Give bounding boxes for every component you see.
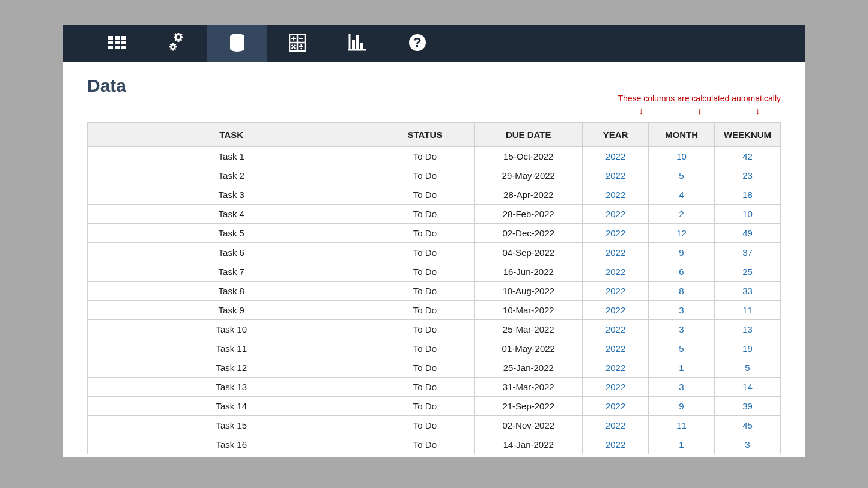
cell-month[interactable]: 6 [649,262,715,282]
cell-month[interactable]: 2 [649,205,715,224]
cell-task[interactable]: Task 14 [88,397,375,416]
cell-month[interactable]: 12 [649,224,715,243]
cell-weeknum[interactable]: 13 [714,320,780,339]
nav-settings[interactable] [147,25,207,62]
cell-status[interactable]: To Do [375,205,475,224]
nav-data[interactable] [207,25,267,62]
cell-due-date[interactable]: 21-Sep-2022 [475,397,583,416]
cell-status[interactable]: To Do [375,339,475,358]
cell-month[interactable]: 3 [649,378,715,397]
cell-due-date[interactable]: 29-May-2022 [475,166,583,185]
cell-status[interactable]: To Do [375,397,475,416]
cell-task[interactable]: Task 5 [88,224,375,243]
col-header-year[interactable]: YEAR [583,123,649,147]
table-row[interactable]: Task 9To Do10-Mar-20222022311 [88,301,781,320]
nav-help[interactable]: ? [387,25,448,62]
nav-apps[interactable] [87,25,147,62]
table-row[interactable]: Task 15To Do02-Nov-202220221145 [88,416,781,435]
cell-year[interactable]: 2022 [583,378,649,397]
cell-due-date[interactable]: 02-Nov-2022 [475,416,583,435]
cell-task[interactable]: Task 11 [88,339,375,358]
col-header-status[interactable]: STATUS [375,123,475,147]
cell-status[interactable]: To Do [375,147,475,166]
cell-year[interactable]: 2022 [583,416,649,435]
cell-status[interactable]: To Do [375,262,475,282]
cell-status[interactable]: To Do [375,301,475,320]
cell-month[interactable]: 11 [649,416,715,435]
cell-weeknum[interactable]: 14 [714,378,780,397]
cell-status[interactable]: To Do [375,282,475,301]
table-row[interactable]: Task 3To Do28-Apr-20222022418 [88,185,781,205]
cell-weeknum[interactable]: 39 [714,397,780,416]
table-row[interactable]: Task 6To Do04-Sep-20222022937 [88,243,781,262]
cell-task[interactable]: Task 7 [88,262,375,282]
cell-due-date[interactable]: 25-Mar-2022 [475,320,583,339]
cell-status[interactable]: To Do [375,358,475,378]
cell-year[interactable]: 2022 [583,339,649,358]
cell-month[interactable]: 3 [649,320,715,339]
cell-status[interactable]: To Do [375,243,475,262]
cell-month[interactable]: 1 [649,435,715,454]
cell-month[interactable]: 1 [649,358,715,378]
cell-month[interactable]: 3 [649,301,715,320]
cell-month[interactable]: 10 [649,147,715,166]
cell-task[interactable]: Task 1 [88,147,375,166]
table-row[interactable]: Task 14To Do21-Sep-20222022939 [88,397,781,416]
cell-due-date[interactable]: 14-Jan-2022 [475,435,583,454]
table-row[interactable]: Task 8To Do10-Aug-20222022833 [88,282,781,301]
cell-year[interactable]: 2022 [583,301,649,320]
cell-task[interactable]: Task 12 [88,358,375,378]
cell-due-date[interactable]: 15-Oct-2022 [475,147,583,166]
nav-charts[interactable] [327,25,387,62]
cell-weeknum[interactable]: 37 [714,243,780,262]
cell-month[interactable]: 5 [649,339,715,358]
cell-weeknum[interactable]: 23 [714,166,780,185]
cell-weeknum[interactable]: 42 [714,147,780,166]
cell-month[interactable]: 9 [649,397,715,416]
cell-task[interactable]: Task 16 [88,435,375,454]
cell-status[interactable]: To Do [375,416,475,435]
cell-weeknum[interactable]: 11 [714,301,780,320]
cell-status[interactable]: To Do [375,166,475,185]
cell-year[interactable]: 2022 [583,358,649,378]
cell-status[interactable]: To Do [375,320,475,339]
cell-task[interactable]: Task 6 [88,243,375,262]
cell-due-date[interactable]: 10-Mar-2022 [475,301,583,320]
cell-task[interactable]: Task 10 [88,320,375,339]
cell-task[interactable]: Task 13 [88,378,375,397]
cell-year[interactable]: 2022 [583,262,649,282]
cell-weeknum[interactable]: 49 [714,224,780,243]
cell-task[interactable]: Task 8 [88,282,375,301]
cell-due-date[interactable]: 01-May-2022 [475,339,583,358]
cell-year[interactable]: 2022 [583,435,649,454]
cell-weeknum[interactable]: 25 [714,262,780,282]
col-header-month[interactable]: MONTH [649,123,715,147]
cell-year[interactable]: 2022 [583,166,649,185]
cell-year[interactable]: 2022 [583,282,649,301]
cell-weeknum[interactable]: 5 [714,358,780,378]
cell-year[interactable]: 2022 [583,320,649,339]
cell-due-date[interactable]: 28-Apr-2022 [475,185,583,205]
cell-weeknum[interactable]: 10 [714,205,780,224]
cell-due-date[interactable]: 16-Jun-2022 [475,262,583,282]
nav-calc[interactable] [267,25,327,62]
cell-year[interactable]: 2022 [583,205,649,224]
cell-weeknum[interactable]: 33 [714,282,780,301]
cell-year[interactable]: 2022 [583,397,649,416]
table-row[interactable]: Task 7To Do16-Jun-20222022625 [88,262,781,282]
cell-year[interactable]: 2022 [583,147,649,166]
cell-year[interactable]: 2022 [583,185,649,205]
table-row[interactable]: Task 16To Do14-Jan-2022202213 [88,435,781,454]
cell-status[interactable]: To Do [375,378,475,397]
cell-month[interactable]: 5 [649,166,715,185]
cell-due-date[interactable]: 02-Dec-2022 [475,224,583,243]
cell-year[interactable]: 2022 [583,224,649,243]
cell-year[interactable]: 2022 [583,243,649,262]
table-row[interactable]: Task 1To Do15-Oct-202220221042 [88,147,781,166]
col-header-weeknum[interactable]: WEEKNUM [714,123,780,147]
cell-status[interactable]: To Do [375,435,475,454]
cell-due-date[interactable]: 28-Feb-2022 [475,205,583,224]
cell-weeknum[interactable]: 19 [714,339,780,358]
cell-due-date[interactable]: 25-Jan-2022 [475,358,583,378]
cell-task[interactable]: Task 9 [88,301,375,320]
